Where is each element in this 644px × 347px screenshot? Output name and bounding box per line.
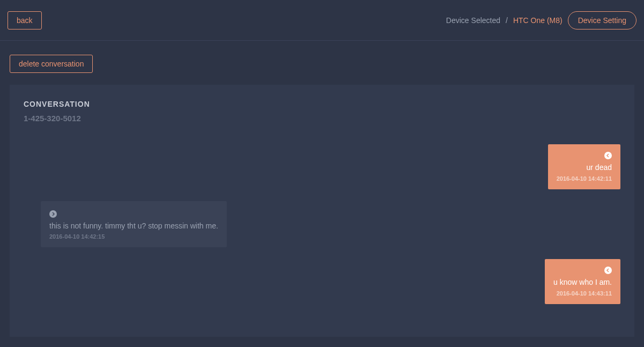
message-text: ur dead (557, 163, 612, 173)
message-timestamp: 2016-04-10 14:42:11 (557, 175, 612, 182)
message-timestamp: 2016-04-10 14:42:15 (49, 233, 218, 240)
message-text: this is not funny. timmy tht u? stop mes… (49, 221, 218, 232)
conversation-panel: CONVERSATION 1-425-320-5012 ur dead 2016… (10, 85, 634, 337)
device-selected-label: Device Selected (446, 16, 500, 25)
message-bubble-outgoing: ur dead 2016-04-10 14:42:11 (548, 144, 620, 189)
message-row: u know who I am. 2016-04-10 14:43:11 (24, 259, 620, 304)
content: delete conversation CONVERSATION 1-425-3… (0, 41, 644, 347)
delete-conversation-button[interactable]: delete conversation (10, 55, 93, 73)
messages-list: ur dead 2016-04-10 14:42:11 this is not … (24, 144, 620, 304)
message-timestamp: 2016-04-10 14:43:11 (553, 290, 612, 297)
header-right: Device Selected / HTC One (M8) Device Se… (446, 11, 636, 29)
message-text: u know who I am. (553, 277, 612, 288)
message-bubble-outgoing: u know who I am. 2016-04-10 14:43:11 (545, 259, 620, 304)
header: back Device Selected / HTC One (M8) Devi… (0, 0, 644, 41)
arrow-left-icon (604, 267, 612, 274)
message-row: this is not funny. timmy tht u? stop mes… (24, 201, 620, 248)
conversation-heading: CONVERSATION (24, 100, 620, 108)
message-row: ur dead 2016-04-10 14:42:11 (24, 144, 620, 189)
back-button[interactable]: back (8, 11, 42, 29)
arrow-right-icon (49, 210, 57, 218)
device-setting-button[interactable]: Device Setting (568, 11, 636, 29)
device-name[interactable]: HTC One (M8) (513, 16, 562, 25)
header-left: back (8, 11, 42, 29)
breadcrumb-separator: / (506, 16, 508, 25)
arrow-left-icon (604, 152, 612, 159)
phone-number: 1-425-320-5012 (24, 114, 620, 123)
message-bubble-incoming: this is not funny. timmy tht u? stop mes… (41, 201, 227, 248)
